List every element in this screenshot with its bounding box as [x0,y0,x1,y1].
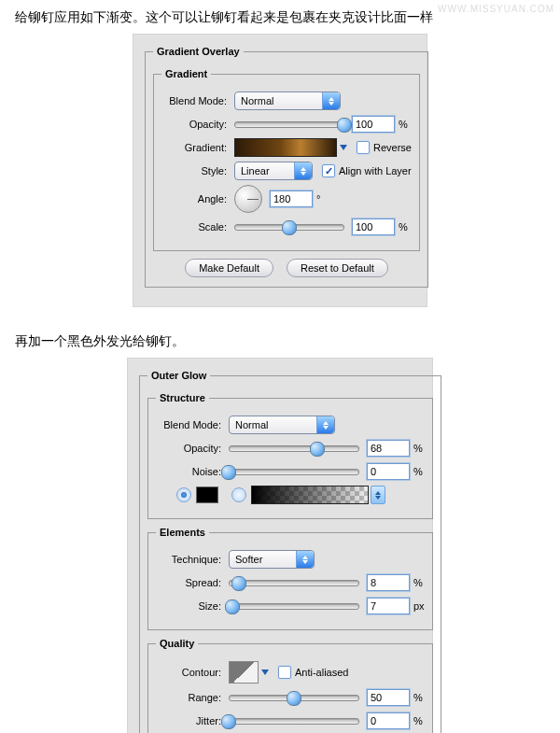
blend-mode-select[interactable]: Normal [229,416,335,434]
unit-percent: % [399,221,408,233]
opacity-input[interactable] [352,116,395,133]
anti-alias-checkbox[interactable]: Anti-aliased [278,666,348,679]
reverse-checkbox[interactable]: Reverse [357,141,412,154]
gradient-preview[interactable] [234,138,337,157]
outer-glow-title: Outer Glow [147,370,210,381]
angle-input[interactable] [270,190,313,207]
elements-label: Elements [156,527,209,538]
jitter-slider[interactable] [229,714,359,727]
technique-label: Technique: [156,554,221,565]
scale-slider[interactable] [234,220,344,233]
angle-label: Angle: [161,193,227,204]
angle-dial[interactable] [234,185,262,213]
spread-label: Spread: [156,577,221,588]
noise-input[interactable] [367,463,410,480]
gradient-menu-arrow-icon[interactable] [340,145,347,150]
opacity-label: Opacity: [161,119,227,130]
dropdown-arrow-icon [294,162,312,179]
blend-mode-label: Blend Mode: [156,419,221,430]
make-default-button[interactable]: Make Default [185,259,273,277]
style-label: Style: [161,165,227,176]
noise-label: Noise: [156,466,221,477]
contour-menu-arrow-icon[interactable] [261,670,269,675]
unit-degree: ° [316,193,320,204]
noise-slider[interactable] [229,465,359,478]
blend-mode-label: Blend Mode: [161,95,227,106]
dropdown-arrow-icon [322,92,340,109]
size-input[interactable] [367,598,410,614]
align-checkbox[interactable]: Align with Layer [322,164,412,177]
range-input[interactable] [367,689,410,706]
scale-label: Scale: [161,221,227,233]
contour-label: Contour: [156,667,221,678]
technique-select[interactable]: Softer [229,550,315,569]
gradient-radio[interactable] [231,487,246,502]
quality-label: Quality [156,638,198,649]
size-slider[interactable] [229,599,359,613]
structure-label: Structure [156,392,209,403]
outer-glow-panel: Outer Glow Structure Blend Mode: Normal … [127,358,433,733]
opacity-label: Opacity: [156,443,221,454]
dropdown-arrow-icon [316,416,334,433]
watermark: WWW.MISSYUAN.COM [438,4,554,14]
blend-mode-select[interactable]: Normal [234,92,341,110]
body-text-2: 再加一个黑色外发光给铆钉。 [0,324,560,358]
gradient-section-label: Gradient [161,68,211,79]
gradient-overlay-panel: Gradient Overlay Gradient Blend Mode: No… [133,34,427,307]
jitter-label: Jitter: [156,715,221,726]
opacity-slider[interactable] [234,118,344,131]
gradient-overlay-title: Gradient Overlay [153,46,244,57]
gradient-label: Gradient: [161,142,227,153]
gradient-menu-arrow-icon[interactable] [371,486,385,504]
color-radio[interactable] [176,487,191,502]
spread-input[interactable] [367,574,410,591]
glow-gradient-preview[interactable] [251,486,369,504]
glow-color-swatch[interactable] [196,486,218,503]
style-select[interactable]: Linear [234,162,313,180]
dropdown-arrow-icon [296,551,314,568]
range-label: Range: [156,692,221,703]
reset-default-button[interactable]: Reset to Default [287,259,388,277]
scale-input[interactable] [352,218,395,235]
range-slider[interactable] [229,691,359,704]
opacity-input[interactable] [367,440,410,457]
contour-preview[interactable] [229,661,259,684]
jitter-input[interactable] [367,712,410,729]
size-label: Size: [156,600,221,612]
unit-percent: % [399,119,408,130]
spread-slider[interactable] [229,576,359,589]
opacity-slider[interactable] [229,442,359,455]
